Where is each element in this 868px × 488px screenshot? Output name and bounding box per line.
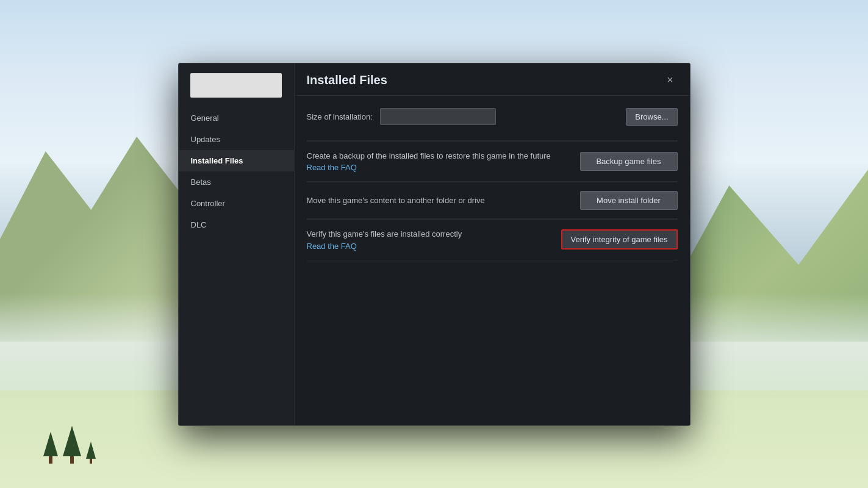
action-row-move: Move this game's content to another fold… <box>307 182 678 218</box>
backup-desc: Create a backup of the installed files t… <box>307 150 580 173</box>
sidebar-item-updates[interactable]: Updates <box>179 129 294 150</box>
move-desc-text: Move this game's content to another fold… <box>307 195 580 207</box>
dialog-title: Installed Files <box>307 73 387 87</box>
action-row-backup: Create a backup of the installed files t… <box>307 141 678 182</box>
dialog-header: Installed Files × <box>295 63 690 96</box>
divider-bottom <box>307 260 678 260</box>
move-install-folder-button[interactable]: Move install folder <box>580 191 678 210</box>
verify-desc: Verify this game's files are installed c… <box>307 228 561 251</box>
sidebar-item-dlc[interactable]: DLC <box>179 214 294 235</box>
backup-game-files-button[interactable]: Backup game files <box>580 152 678 171</box>
install-size-row: Size of installation: Browse... <box>307 108 678 126</box>
browse-button[interactable]: Browse... <box>626 108 677 126</box>
dialog-overlay: General Updates Installed Files Betas Co… <box>0 0 868 488</box>
install-size-label: Size of installation: <box>307 112 373 121</box>
main-content: Installed Files × Size of installation: … <box>295 63 690 425</box>
game-logo <box>190 73 282 98</box>
action-row-verify: Verify this game's files are installed c… <box>307 219 678 260</box>
sidebar-nav: General Updates Installed Files Betas Co… <box>179 107 294 235</box>
verify-integrity-button[interactable]: Verify integrity of game files <box>561 229 678 249</box>
sidebar-item-general[interactable]: General <box>179 107 294 129</box>
properties-dialog: General Updates Installed Files Betas Co… <box>178 63 690 426</box>
dialog-body: Size of installation: Browse... Create a… <box>295 96 690 425</box>
sidebar-item-installed-files[interactable]: Installed Files <box>179 150 294 171</box>
backup-desc-text: Create a backup of the installed files t… <box>307 150 580 162</box>
verify-desc-text: Verify this game's files are installed c… <box>307 228 561 240</box>
sidebar-item-betas[interactable]: Betas <box>179 171 294 193</box>
close-button[interactable]: × <box>663 73 678 88</box>
backup-faq-link[interactable]: Read the FAQ <box>307 163 357 172</box>
move-desc: Move this game's content to another fold… <box>307 195 580 207</box>
install-size-input[interactable] <box>380 108 496 125</box>
verify-faq-link[interactable]: Read the FAQ <box>307 242 357 251</box>
sidebar: General Updates Installed Files Betas Co… <box>179 63 295 425</box>
sidebar-item-controller[interactable]: Controller <box>179 193 294 214</box>
